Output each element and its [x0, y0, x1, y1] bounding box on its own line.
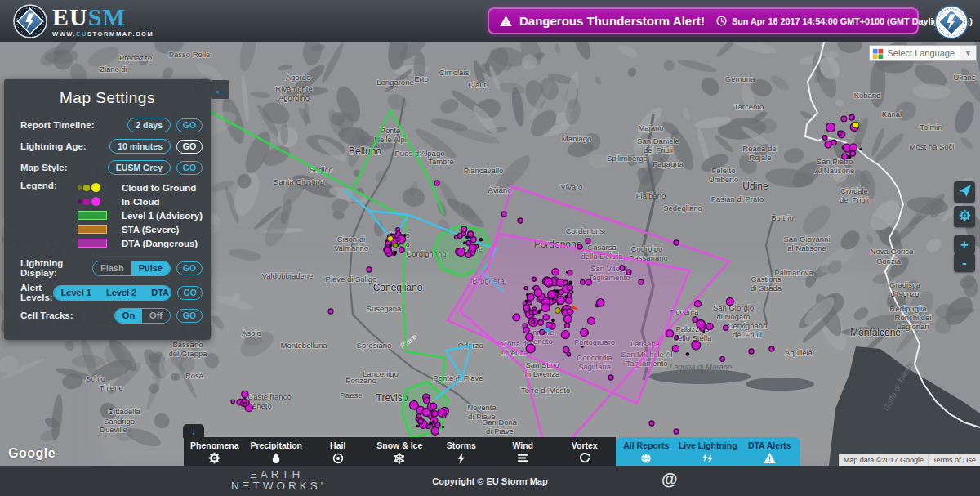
svg-text:San Giorgio: San Giorgio [713, 303, 754, 312]
svg-text:Longarone: Longarone [376, 78, 413, 87]
toolbar-item-phenomena[interactable]: Phenomena [184, 437, 246, 466]
terms-of-use-link[interactable]: Terms of Use [928, 454, 980, 466]
svg-text:Ponzano: Ponzano [345, 376, 376, 385]
toolbar-item-label: DTA Alerts [748, 440, 791, 451]
panel-collapse-button[interactable]: ← [211, 80, 229, 99]
svg-text:Redipuglia: Redipuglia [890, 304, 928, 313]
svg-text:Vivaro: Vivaro [561, 182, 583, 191]
toolbar-item-label: Wind [512, 440, 533, 451]
lightning-display-option-flash[interactable]: Flash [93, 261, 131, 275]
svg-text:Cordenons: Cordenons [566, 226, 604, 235]
toolbar-item-label: Storms [447, 440, 476, 451]
map-settings-panel: Map Settings Report Timeline: 2 days GO … [4, 79, 211, 340]
lightning-display-toggle[interactable]: FlashPulse [92, 261, 171, 276]
eusm-badge-icon[interactable] [934, 5, 969, 39]
toolbar-item-label: Phenomena [190, 440, 239, 451]
bottom-toolbar: PhenomenaPrecipitationHailSnow & IceStor… [184, 437, 800, 466]
alert-levels-go-button[interactable]: GO [177, 286, 203, 300]
language-selector[interactable]: Select Language ▼ [869, 45, 978, 61]
svg-text:Belluno: Belluno [349, 145, 381, 157]
lightning-age-value[interactable]: 10 minutes [109, 139, 171, 154]
globe-icon [640, 452, 652, 464]
copyright-text: Copyright © EU Storm Map [0, 476, 980, 486]
svg-text:Noventa: Noventa [467, 403, 497, 412]
svg-text:Tarcento: Tarcento [734, 102, 764, 111]
report-timeline-go-button[interactable]: GO [176, 118, 203, 132]
toolbar-item-storms[interactable]: Storms [430, 437, 492, 466]
toolbar-item-wind[interactable]: Wind [492, 437, 555, 466]
share-button[interactable] [954, 181, 975, 203]
toolbar-item-label: Vortex [572, 440, 598, 451]
lightning-age-go-button[interactable]: GO [176, 140, 203, 154]
toolbar-item-precipitation[interactable]: Precipitation [246, 437, 308, 466]
snowflake-icon [394, 452, 405, 464]
svg-text:Feletto: Feletto [711, 166, 735, 175]
svg-text:Castelfranco: Castelfranco [247, 392, 291, 401]
alert-levels-toggle[interactable]: Level 1Level 2DTA [53, 285, 172, 301]
header-bar: EUSM WWW.EUSTORMMAP.COM Dangerous Thunde… [0, 0, 980, 42]
map-data-attribution: Map data ©2017 Google [839, 454, 928, 466]
svg-text:Asolo: Asolo [242, 328, 261, 337]
warning-icon [764, 452, 776, 464]
svg-text:Cimolais: Cimolais [439, 68, 470, 77]
toolbar-item-snow-ice[interactable]: Snow & Ice [369, 437, 431, 466]
map-settings-button[interactable] [954, 206, 975, 227]
cell-tracks-option-on[interactable]: On [115, 309, 142, 323]
svg-text:San Donà: San Donà [483, 418, 518, 427]
gear-icon [959, 209, 971, 225]
cell-tracks-option-off[interactable]: Off [142, 309, 170, 323]
svg-text:Udine: Udine [742, 181, 768, 192]
cell-tracks-row: Cell Tracks: OnOff GO [20, 307, 203, 324]
language-label: Select Language [888, 48, 956, 58]
svg-text:Kanal: Kanal [882, 109, 902, 118]
dangerous-thunderstorm-alert-banner[interactable]: Dangerous Thunderstorm Alert! Sun Apr 16… [488, 7, 919, 34]
svg-text:Erto: Erto [414, 74, 428, 83]
svg-text:Flaibano: Flaibano [636, 191, 666, 200]
svg-text:del Grappa: del Grappa [168, 349, 207, 358]
svg-text:Pasian di Prato: Pasian di Prato [711, 194, 764, 203]
svg-text:Agordino: Agordino [278, 93, 310, 102]
svg-text:Predazzo: Predazzo [119, 53, 152, 62]
zoom-out-button[interactable]: - [954, 253, 975, 272]
alert-levels-option-dta[interactable]: DTA [144, 286, 172, 300]
svg-text:di Nogaro: di Nogaro [716, 312, 750, 321]
eusm-subtitle: WWW.EUSTORMMAP.COM [52, 31, 154, 38]
eusm-emblem-icon [13, 4, 47, 38]
chevron-down-icon[interactable]: ▼ [960, 46, 976, 60]
cell-tracks-go-button[interactable]: GO [176, 309, 203, 323]
toolbar-item-label: Precipitation [250, 440, 302, 451]
toolbar-item-hail[interactable]: Hail [307, 437, 369, 466]
cell-tracks-toggle[interactable]: OnOff [114, 308, 171, 324]
toolbar-item-all-reports[interactable]: All Reports [616, 437, 678, 466]
lightning-display-option-pulse[interactable]: Pulse [131, 261, 170, 275]
lightning-age-row: Lightning Age: 10 minutes GO [20, 138, 203, 154]
lightning-display-go-button[interactable]: GO [176, 261, 203, 275]
toolbar-item-vortex[interactable]: Vortex [554, 437, 616, 466]
svg-text:d'Isonzo: d'Isonzo [890, 289, 919, 298]
email-contact-icon[interactable]: @ [662, 470, 678, 489]
svg-text:Montebelluna: Montebelluna [280, 341, 327, 350]
svg-text:Cividale: Cividale [840, 186, 868, 195]
svg-text:Tambre: Tambre [428, 157, 454, 166]
alert-levels-option-level-2[interactable]: Level 2 [99, 286, 144, 300]
svg-text:Casarsa: Casarsa [587, 243, 617, 252]
legend-section: Legend: Cloud to GroundIn-CloudLevel 1 (… [20, 181, 203, 250]
svg-text:Laguna di Marano: Laguna di Marano [670, 362, 733, 371]
map-style-value[interactable]: EUSM Grey [108, 160, 171, 175]
zoom-in-button[interactable]: + [954, 235, 975, 254]
toolbar-item-dta-alerts[interactable]: DTA Alerts [739, 437, 801, 466]
toolbar-collapse-button[interactable]: ↓ [183, 424, 204, 438]
svg-text:Agordo: Agordo [286, 73, 311, 82]
app-window: PredazzoZiano diPasso RolleAgordoRivamon… [0, 0, 980, 496]
doublebolt-icon [702, 452, 714, 464]
toolbar-item-label: Live Lightning [679, 440, 737, 451]
map-style-go-button[interactable]: GO [176, 161, 203, 175]
toolbar-item-live-lightning[interactable]: Live Lightning [677, 437, 739, 466]
svg-text:Al Natisone: Al Natisone [815, 166, 855, 175]
alert-levels-option-level-1[interactable]: Level 1 [54, 286, 99, 300]
bolt-icon [457, 452, 466, 464]
eusm-logo[interactable]: EUSM WWW.EUSTORMMAP.COM [13, 4, 154, 38]
report-timeline-value[interactable]: 2 days [127, 118, 171, 132]
svg-text:Castions: Castions [751, 275, 782, 284]
svg-text:Sedegliano: Sedegliano [663, 203, 702, 212]
